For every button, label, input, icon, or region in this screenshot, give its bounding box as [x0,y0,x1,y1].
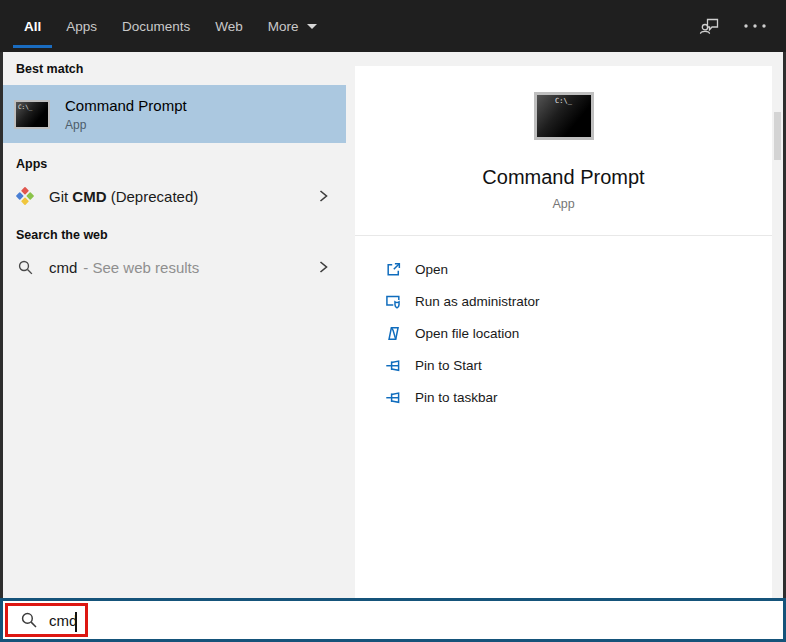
window-shield-icon [385,293,402,310]
tab-documents-label: Documents [122,19,190,34]
topbar-icons [698,0,768,52]
search-icon [20,611,38,629]
best-match-subtitle: App [65,118,187,132]
file-location-icon [385,325,402,342]
tab-more[interactable]: More [257,0,328,52]
filter-tabs: All Apps Documents Web More [13,0,328,52]
preview-subtitle: App [355,197,772,211]
window-left-edge [0,52,3,598]
tab-apps[interactable]: Apps [55,0,108,52]
result-command-prompt[interactable]: C:\_ Command Prompt App [0,85,346,143]
command-prompt-icon: C:\_ [534,92,594,140]
action-open-file-location-label: Open file location [415,326,519,341]
tab-all[interactable]: All [13,0,52,52]
tab-web-label: Web [215,19,243,34]
chevron-right-icon[interactable] [316,259,330,275]
search-input[interactable] [49,612,249,629]
preview-header: C:\_ Command Prompt App [355,66,772,236]
best-match-text: Command Prompt App [65,96,187,132]
command-prompt-icon-text: C:\_ [18,103,32,110]
tab-web[interactable]: Web [204,0,254,52]
pin-icon [385,357,402,374]
feedback-icon[interactable] [698,14,722,38]
results-panel: Best match C:\_ Command Prompt App Apps … [0,52,346,598]
action-open[interactable]: Open [385,253,772,285]
result-web-search[interactable]: cmd- See web results [0,249,346,285]
open-in-new-icon [385,261,402,278]
action-pin-to-taskbar-label: Pin to taskbar [415,390,498,405]
scrollbar-thumb[interactable] [774,112,781,160]
tab-all-label: All [24,19,41,34]
best-match-title: Command Prompt [65,96,187,115]
action-pin-to-start-label: Pin to Start [415,358,482,373]
windows-search-flyout: All Apps Documents Web More [0,0,786,642]
context-actions: Open Run as administrator Open file l [355,236,772,413]
pin-icon [385,389,402,406]
command-prompt-icon: C:\_ [14,100,50,129]
action-run-as-administrator-label: Run as administrator [415,294,540,309]
taskbar-search-box [0,598,786,642]
action-open-file-location[interactable]: Open file location [385,317,772,349]
search-filter-bar: All Apps Documents Web More [0,0,786,52]
preview-title: Command Prompt [355,166,772,189]
apps-section-header: Apps [0,143,346,178]
chevron-right-icon[interactable] [316,188,330,204]
more-options-icon[interactable] [742,22,768,30]
action-pin-to-start[interactable]: Pin to Start [385,349,772,381]
preview-panel: C:\_ Command Prompt App Open [355,66,772,598]
action-open-label: Open [415,262,448,277]
tab-more-label: More [268,19,299,34]
git-icon [16,187,34,205]
tab-documents[interactable]: Documents [111,0,201,52]
tab-apps-label: Apps [66,19,97,34]
web-search-label: cmd- See web results [49,259,199,276]
result-git-cmd[interactable]: Git CMD (Deprecated) [0,178,346,214]
best-match-header: Best match [0,52,346,85]
git-cmd-label: Git CMD (Deprecated) [49,188,198,205]
search-icon [16,258,34,276]
action-pin-to-taskbar[interactable]: Pin to taskbar [385,381,772,413]
command-prompt-icon-text: C:\_ [555,97,572,105]
action-run-as-administrator[interactable]: Run as administrator [385,285,772,317]
web-section-header: Search the web [0,214,346,249]
chevron-down-icon [307,24,317,29]
